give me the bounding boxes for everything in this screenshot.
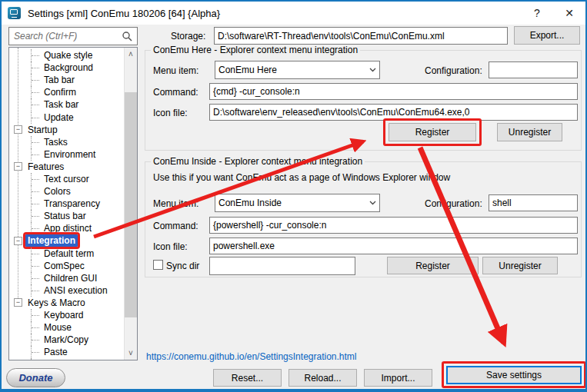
tree-item-confirm[interactable]: Confirm	[9, 86, 124, 98]
storage-field[interactable]: D:\software\RT-Thread\env\tools\ConEmu\C…	[214, 27, 508, 45]
tree-item-task-bar[interactable]: Task bar	[9, 98, 124, 111]
chevron-down-icon	[369, 201, 376, 205]
configuration-label-2: Configuration:	[425, 198, 482, 209]
icon-file-label: Icon file:	[153, 108, 188, 118]
reload-button[interactable]: Reload...	[288, 369, 357, 387]
scrollbar-thumb[interactable]	[125, 92, 137, 317]
unregister-inside-button[interactable]: Unregister	[482, 257, 558, 274]
icon-file-field[interactable]: D:\software\env_released\env\tools\ConEm…	[209, 104, 578, 121]
tree-connector	[31, 346, 40, 358]
tree-item-quake-style[interactable]: Quake style	[9, 49, 124, 61]
search-icon	[122, 31, 132, 42]
tree-connector	[31, 260, 40, 272]
tree-scrollbar[interactable]: ˄ ˅	[124, 48, 137, 360]
register-here-button[interactable]: Register	[389, 123, 476, 141]
tree-item-label: Tasks	[42, 136, 70, 148]
tree-connector	[31, 173, 40, 185]
search-input[interactable]: Search (Ctrl+F)	[8, 27, 138, 45]
scroll-down-icon[interactable]: ˅	[125, 347, 137, 360]
configuration-field-2[interactable]: shell	[489, 194, 578, 211]
tree-item-label: Update	[42, 111, 76, 124]
tree-item-environment[interactable]: Environment	[9, 148, 124, 161]
tree-collapse-icon[interactable]: −	[14, 237, 22, 245]
tree-item-label: Status bar	[42, 210, 88, 222]
tree-item-keys-macro[interactable]: −Keys & Macro	[9, 297, 124, 309]
tree-item-label: Default term	[42, 247, 96, 260]
menu-item-combo-2[interactable]: ConEmu Inside	[215, 194, 380, 212]
tree-item-highlight[interactable]: Highlight	[9, 358, 124, 360]
tree-item-mark-copy[interactable]: Mark/Copy	[9, 334, 124, 346]
tree-item-paste[interactable]: Paste	[9, 346, 124, 358]
tree-item-status-bar[interactable]: Status bar	[9, 210, 124, 222]
tree-item-label: Keyboard	[42, 309, 85, 321]
conemu-inside-description: Use this if you want ConEmu act as a pag…	[153, 172, 450, 183]
tree-item-startup[interactable]: −Startup	[9, 124, 124, 136]
tree-item-children-gui[interactable]: Children GUI	[9, 272, 124, 284]
close-button[interactable]: ✕	[553, 2, 585, 25]
tree-item-integration[interactable]: −Integration	[9, 234, 124, 247]
title-bar: Settings [xml] ConEmu 180206 [64] {Alpha…	[2, 2, 585, 25]
import-button[interactable]: Import...	[364, 369, 432, 387]
tree-item-colors[interactable]: Colors	[9, 185, 124, 198]
tree-item-keyboard[interactable]: Keyboard	[9, 309, 124, 321]
tree-item-ansi-execution[interactable]: ANSI execution	[9, 284, 124, 297]
tree-connector	[31, 334, 40, 346]
register-inside-button[interactable]: Register	[387, 257, 479, 274]
tree-connector	[31, 309, 40, 321]
configuration-field[interactable]	[489, 61, 578, 78]
tree-item-app-distinct[interactable]: App distinct	[9, 222, 124, 234]
tree-connector	[31, 98, 40, 111]
command-field[interactable]: {cmd} -cur_console:n	[209, 83, 578, 100]
chevron-down-icon	[369, 68, 376, 72]
search-placeholder: Search (Ctrl+F)	[14, 31, 122, 42]
icon-file-field-2[interactable]: powershell.exe	[209, 238, 578, 254]
tree-connector	[31, 148, 40, 161]
settings-window: Settings [xml] ConEmu 180206 [64] {Alpha…	[0, 0, 587, 392]
unregister-here-button[interactable]: Unregister	[497, 123, 562, 141]
reset-button[interactable]: Reset...	[213, 369, 282, 387]
donate-button[interactable]: Donate	[6, 368, 65, 387]
tree-item-label: Paste	[42, 346, 70, 358]
command-field-2[interactable]: {powershell} -cur_console:n	[209, 217, 578, 234]
tree-item-default-term[interactable]: Default term	[9, 247, 124, 260]
tree-item-label: Features	[25, 161, 66, 173]
menu-item-combo[interactable]: ConEmu Here	[215, 61, 380, 79]
export-button[interactable]: Export...	[514, 26, 580, 45]
tree-item-text-cursor[interactable]: Text cursor	[9, 173, 124, 185]
tree-item-label: Colors	[42, 185, 73, 198]
sync-dir-field[interactable]	[209, 257, 355, 275]
conemu-here-group-title: ConEmu Here - Explorer context menu inte…	[151, 45, 360, 55]
tree-item-mouse[interactable]: Mouse	[9, 321, 124, 334]
tree-item-comspec[interactable]: ComSpec	[9, 260, 124, 272]
tree-item-label: Transparency	[42, 198, 102, 210]
tree-connector	[31, 284, 40, 297]
tree-item-tasks[interactable]: Tasks	[9, 136, 124, 148]
tree-collapse-icon[interactable]: −	[14, 162, 22, 171]
sync-dir-checkbox[interactable]	[153, 260, 163, 270]
tree-item-tab-bar[interactable]: Tab bar	[9, 74, 124, 86]
scroll-up-icon[interactable]: ˄	[125, 48, 137, 61]
tree-item-background[interactable]: Background	[9, 61, 124, 74]
tree-item-label: Confirm	[42, 86, 78, 98]
tree-item-label: Children GUI	[42, 272, 99, 284]
menu-item-value-2: ConEmu Inside	[218, 198, 282, 208]
tree-item-transparency[interactable]: Transparency	[9, 198, 124, 210]
settings-integration-link[interactable]: https://conemu.github.io/en/SettingsInte…	[146, 351, 357, 362]
tree-item-label: Environment	[42, 148, 98, 161]
conemu-app-icon	[8, 7, 21, 19]
tree-collapse-icon[interactable]: −	[14, 298, 22, 307]
tree-collapse-icon[interactable]: −	[14, 125, 22, 134]
tree-connector	[31, 321, 40, 334]
tree-connector	[31, 210, 40, 222]
tree-item-features[interactable]: −Features	[9, 161, 124, 173]
tree-item-label: Keys & Macro	[25, 297, 88, 309]
sync-dir-label: Sync dir	[166, 261, 199, 271]
tree-item-label: Background	[42, 61, 95, 74]
command-label: Command:	[153, 87, 198, 98]
help-button[interactable]: ?	[521, 2, 553, 25]
tree-item-update[interactable]: Update	[9, 111, 124, 123]
save-settings-button[interactable]: Save settings	[446, 366, 582, 384]
tree-item-label: Text cursor	[42, 173, 92, 185]
tree-item-label: Mouse	[42, 321, 74, 334]
tree-connector	[31, 86, 40, 98]
